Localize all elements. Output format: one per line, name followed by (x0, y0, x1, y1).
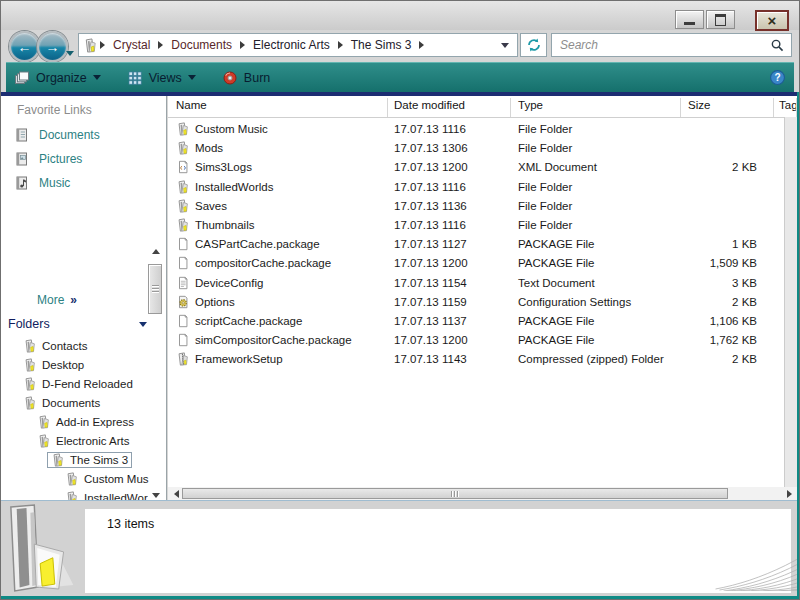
column-header-type[interactable]: Type (518, 99, 543, 111)
scroll-right-button[interactable] (783, 487, 795, 500)
sidebar-item-pictures[interactable]: Pictures (1, 148, 161, 170)
horizontal-scrollbar-thumb[interactable] (182, 488, 728, 499)
table-row[interactable]: scriptCache.package17.07.13 1137PACKAGE … (168, 313, 784, 332)
organize-button[interactable]: Organize (14, 70, 101, 86)
table-row[interactable]: FrameworkSetup17.07.13 1143Compressed (z… (168, 351, 784, 370)
file-name: DeviceConfig (195, 277, 263, 289)
file-date: 17.07.13 1116 (394, 219, 466, 231)
file-date: 17.07.13 1154 (394, 277, 467, 289)
file-name-cell: Sims3Logs (176, 160, 252, 174)
minimize-icon (684, 22, 695, 25)
search-icon[interactable] (770, 38, 785, 53)
file-type: Configuration Settings (518, 296, 631, 308)
file-icon (176, 237, 190, 251)
folder-icon (51, 453, 65, 467)
file-name: Custom Music (195, 123, 268, 135)
more-link[interactable]: More » (37, 293, 76, 307)
scroll-left-button[interactable] (170, 487, 182, 500)
burn-button[interactable]: Burn (222, 70, 270, 86)
file-type: PACKAGE File (518, 315, 594, 327)
help-button[interactable] (769, 69, 786, 86)
breadcrumb-item[interactable]: Crystal (107, 38, 156, 52)
column-divider[interactable] (773, 98, 774, 117)
file-name-cell: Mods (176, 141, 223, 155)
table-row[interactable]: InstalledWorlds17.07.13 1116File Folder (168, 179, 784, 198)
tree-scroll-up-button[interactable] (148, 245, 163, 257)
file-size: 1,762 KB (638, 334, 757, 346)
tree-item-the-sims-3[interactable]: The Sims 3 (1, 450, 167, 469)
breadcrumb-item[interactable]: Electronic Arts (247, 38, 336, 52)
column-divider[interactable] (387, 98, 388, 117)
column-header-name[interactable]: Name (176, 99, 207, 111)
tree-item-contacts[interactable]: Contacts (1, 336, 167, 355)
file-size: 3 KB (638, 277, 757, 289)
more-label: More (37, 293, 64, 307)
table-row[interactable]: Custom Music17.07.13 1116File Folder (168, 121, 784, 140)
table-row[interactable]: Options17.07.13 1159Configuration Settin… (168, 294, 784, 313)
refresh-button[interactable] (520, 33, 547, 57)
file-type: File Folder (518, 142, 572, 154)
organize-icon (14, 70, 30, 86)
file-name: CASPartCache.package (195, 238, 320, 250)
address-dropdown-icon[interactable] (501, 43, 509, 48)
tree-item-add-in-express[interactable]: Add-in Express (1, 412, 167, 431)
table-row[interactable]: DeviceConfig17.07.13 1154Text Document3 … (168, 275, 784, 294)
close-button[interactable]: × (755, 10, 789, 31)
folder-icon (176, 199, 190, 213)
column-header-size[interactable]: Size (688, 99, 710, 111)
forward-button[interactable]: → (37, 31, 68, 62)
file-date: 17.07.13 1159 (394, 296, 467, 308)
tree-item-label: The Sims 3 (70, 454, 128, 466)
config-file-icon (176, 295, 190, 309)
tree-item-label: D-Fend Reloaded (42, 378, 133, 390)
sidebar-item-documents[interactable]: Documents (1, 124, 161, 146)
file-name: scriptCache.package (195, 315, 302, 327)
sidebar-item-music[interactable]: Music (1, 172, 161, 194)
file-type: File Folder (518, 181, 572, 193)
burn-icon (222, 70, 238, 86)
tree-item-d-fend-reloaded[interactable]: D-Fend Reloaded (1, 374, 167, 393)
folder-icon (37, 415, 51, 429)
file-date: 17.07.13 1136 (394, 200, 467, 212)
back-button[interactable]: ← (9, 31, 40, 62)
maximize-button[interactable] (706, 10, 735, 29)
breadcrumb-item[interactable]: The Sims 3 (345, 38, 418, 52)
title-bar[interactable]: × (1, 1, 799, 30)
table-row[interactable]: Saves17.07.13 1136File Folder (168, 198, 784, 217)
file-size: 2 KB (638, 296, 757, 308)
views-icon (127, 70, 143, 86)
nav-history-dropdown[interactable] (66, 42, 74, 60)
folders-header[interactable]: Folders (1, 314, 161, 334)
table-row[interactable]: Thumbnails17.07.13 1116File Folder (168, 217, 784, 236)
horizontal-scrollbar[interactable] (168, 487, 797, 500)
table-row[interactable]: Mods17.07.13 1306File Folder (168, 140, 784, 159)
chevron-down-icon (188, 75, 196, 80)
breadcrumb: CrystalDocumentsElectronic ArtsThe Sims … (98, 38, 426, 52)
table-row[interactable]: CASPartCache.package17.07.13 1127PACKAGE… (168, 236, 784, 255)
list-right-gutter (784, 117, 797, 487)
table-row[interactable]: compositorCache.package17.07.13 1200PACK… (168, 255, 784, 274)
tree-scrollbar-thumb[interactable] (148, 264, 162, 314)
views-button[interactable]: Views (127, 70, 196, 86)
tree-item-documents[interactable]: Documents (1, 393, 167, 412)
column-divider[interactable] (680, 98, 681, 117)
tree-item-custom-mus[interactable]: Custom Mus (1, 469, 167, 488)
file-date: 17.07.13 1137 (394, 315, 467, 327)
table-row[interactable]: Sims3Logs17.07.13 1200XML Document2 KB (168, 159, 784, 178)
folder-large-icon (5, 503, 87, 593)
column-header-date[interactable]: Date modified (394, 99, 465, 111)
table-row[interactable]: simCompositorCache.package17.07.13 1200P… (168, 332, 784, 351)
column-header-tag[interactable]: Tag (779, 99, 797, 111)
file-date: 17.07.13 1116 (394, 123, 466, 135)
breadcrumb-item[interactable]: Documents (165, 38, 238, 52)
column-divider[interactable] (510, 98, 511, 117)
tree-item-desktop[interactable]: Desktop (1, 355, 167, 374)
minimize-button[interactable] (675, 10, 704, 29)
file-size: 1,106 KB (638, 315, 757, 327)
address-bar[interactable]: CrystalDocumentsElectronic ArtsThe Sims … (78, 33, 518, 57)
chevron-down-icon (93, 75, 101, 80)
file-name-cell: FrameworkSetup (176, 352, 283, 366)
maximize-icon (715, 14, 726, 26)
search-input[interactable] (558, 37, 770, 53)
tree-item-electronic-arts[interactable]: Electronic Arts (1, 431, 167, 450)
